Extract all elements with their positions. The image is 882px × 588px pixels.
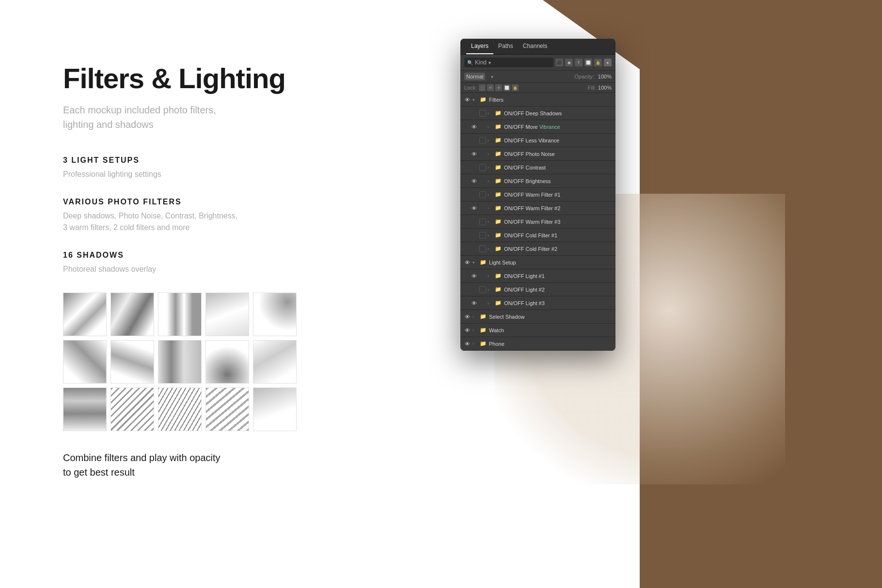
layer-row[interactable]: ›📁ON/OFF Less Vibrance xyxy=(460,134,615,147)
layer-expand-arrow[interactable]: › xyxy=(488,219,493,224)
layer-visibility-icon[interactable] xyxy=(470,191,478,199)
layer-row[interactable]: 👁›📁ON/OFF Light #1 xyxy=(460,269,615,283)
layer-visibility-icon[interactable] xyxy=(470,137,478,144)
layer-checkbox[interactable] xyxy=(479,205,486,212)
layer-visibility-icon[interactable] xyxy=(470,109,478,117)
layer-row[interactable]: 👁›📁ON/OFF Photo Noise xyxy=(460,147,615,161)
layer-checkbox[interactable] xyxy=(479,137,486,144)
shadow-thumb-1 xyxy=(63,293,107,336)
layer-row[interactable]: 👁›📁ON/OFF Warm Filter #2 xyxy=(460,201,615,215)
opacity-value[interactable]: 100% xyxy=(598,74,612,79)
filter-icon-pixel[interactable]: ⬛ xyxy=(555,59,563,66)
layer-visibility-icon[interactable]: 👁 xyxy=(470,177,478,185)
layer-visibility-icon[interactable]: 👁 xyxy=(463,259,471,266)
filter-icons: ⬛ ◉ T ⬜ 🔒 ● xyxy=(555,59,612,66)
layer-folder-icon: 📁 xyxy=(495,164,503,170)
lock-paint[interactable]: ✏ xyxy=(487,84,494,91)
filter-icon-adjust[interactable]: ◉ xyxy=(565,59,573,66)
page-title: Filters & Lighting xyxy=(63,63,359,94)
layer-expand-arrow[interactable]: ▾ xyxy=(472,97,478,102)
tab-channels[interactable]: Channels xyxy=(518,39,552,54)
layer-row[interactable]: 👁›📁ON/OFF Brightness xyxy=(460,174,615,188)
layer-name-label: ON/OFF Contrast xyxy=(504,165,546,170)
layer-visibility-icon[interactable]: 👁 xyxy=(463,313,471,321)
layer-row[interactable]: 👁›📁Select Shadow xyxy=(460,310,615,324)
layer-row[interactable]: ›📁ON/OFF Contrast xyxy=(460,161,615,174)
layer-visibility-icon[interactable]: 👁 xyxy=(463,326,471,334)
layer-row[interactable]: ›📁ON/OFF Deep Shadows xyxy=(460,107,615,120)
layer-visibility-icon[interactable] xyxy=(470,164,478,171)
layer-expand-arrow[interactable]: › xyxy=(472,314,478,319)
layer-checkbox[interactable] xyxy=(479,191,486,198)
layer-checkbox[interactable] xyxy=(479,273,486,279)
layer-expand-arrow[interactable]: › xyxy=(488,301,493,306)
lock-artboard[interactable]: ⬜ xyxy=(504,84,510,91)
layer-visibility-icon[interactable] xyxy=(470,245,478,253)
layer-row[interactable]: 👁›📁Phone xyxy=(460,337,615,351)
layer-visibility-icon[interactable]: 👁 xyxy=(470,272,478,280)
lock-all[interactable]: 🔒 xyxy=(512,84,519,91)
layer-visibility-icon[interactable]: 👁 xyxy=(470,204,478,212)
layer-checkbox[interactable] xyxy=(479,151,486,157)
layer-row[interactable]: 👁›📁ON/OFF Light #3 xyxy=(460,296,615,310)
layer-name-label: ON/OFF Warm Filter #2 xyxy=(504,205,560,211)
layer-checkbox[interactable] xyxy=(479,124,486,130)
layer-row[interactable]: 👁›📁Watch xyxy=(460,324,615,337)
layer-expand-arrow[interactable]: › xyxy=(488,165,493,170)
layer-row[interactable]: 👁▾📁Filters xyxy=(460,93,615,107)
fill-value[interactable]: 100% xyxy=(598,85,612,91)
layer-expand-arrow[interactable]: › xyxy=(472,341,478,346)
filter-icon-active[interactable]: ● xyxy=(604,59,612,66)
tab-paths[interactable]: Paths xyxy=(493,39,518,54)
layer-folder-icon: 📁 xyxy=(495,218,503,225)
layer-row[interactable]: ›📁ON/OFF Cold Filter #2 xyxy=(460,242,615,256)
layer-expand-arrow[interactable]: › xyxy=(488,206,493,211)
layer-checkbox[interactable] xyxy=(479,178,486,185)
layer-checkbox[interactable] xyxy=(479,164,486,171)
layer-row[interactable]: ›📁ON/OFF Cold Filter #1 xyxy=(460,229,615,242)
layer-expand-arrow[interactable]: ▾ xyxy=(472,260,478,265)
layer-expand-arrow[interactable]: › xyxy=(488,247,493,251)
layer-visibility-icon[interactable] xyxy=(470,232,478,239)
layer-expand-arrow[interactable]: › xyxy=(488,124,493,129)
layer-checkbox[interactable] xyxy=(479,286,486,293)
search-box[interactable]: 🔍 Kind ▾ xyxy=(464,58,553,67)
layer-row[interactable]: ›📁ON/OFF Warm Filter #1 xyxy=(460,188,615,201)
layer-checkbox[interactable] xyxy=(479,232,486,239)
layer-visibility-icon[interactable]: 👁 xyxy=(463,340,471,348)
layer-expand-arrow[interactable]: › xyxy=(488,233,493,238)
blend-dropdown[interactable]: ▾ xyxy=(491,74,493,79)
layer-folder-icon: 📁 xyxy=(480,313,488,320)
layer-checkbox[interactable] xyxy=(479,218,486,225)
layer-visibility-icon[interactable] xyxy=(470,218,478,226)
layer-expand-arrow[interactable]: › xyxy=(472,328,478,333)
layer-visibility-icon[interactable] xyxy=(470,286,478,294)
lock-transparency[interactable]: ⬚ xyxy=(479,84,486,91)
filter-icon-smart[interactable]: 🔒 xyxy=(594,59,602,66)
layer-row[interactable]: 👁›📁ON/OFF More Vibrance xyxy=(460,120,615,134)
layer-checkbox[interactable] xyxy=(479,246,486,252)
lock-move[interactable]: ✛ xyxy=(495,84,502,91)
layer-row[interactable]: ›📁ON/OFF Light #2 xyxy=(460,283,615,296)
layer-checkbox[interactable] xyxy=(479,300,486,307)
main-content: Filters & Lighting Each mockup included … xyxy=(0,0,397,588)
layer-expand-arrow[interactable]: › xyxy=(488,287,493,292)
layer-visibility-icon[interactable]: 👁 xyxy=(470,299,478,307)
filter-icon-type[interactable]: T xyxy=(575,59,583,66)
layer-row[interactable]: 👁▾📁Light Setup xyxy=(460,256,615,269)
filter-icon-shape[interactable]: ⬜ xyxy=(584,59,592,66)
layer-expand-arrow[interactable]: › xyxy=(488,274,493,279)
layer-expand-arrow[interactable]: › xyxy=(488,179,493,184)
layer-visibility-icon[interactable]: 👁 xyxy=(470,123,478,131)
layer-row[interactable]: ›📁ON/OFF Warm Filter #3 xyxy=(460,215,615,229)
layer-expand-arrow[interactable]: › xyxy=(488,152,493,156)
tab-layers[interactable]: Layers xyxy=(466,39,493,54)
layer-visibility-icon[interactable]: 👁 xyxy=(470,150,478,158)
shadow-thumb-14 xyxy=(205,387,249,431)
layer-expand-arrow[interactable]: › xyxy=(488,111,493,116)
layer-visibility-icon[interactable]: 👁 xyxy=(463,96,471,104)
blend-mode-select[interactable]: Normal xyxy=(464,73,485,80)
layer-expand-arrow[interactable]: › xyxy=(488,138,493,143)
layer-expand-arrow[interactable]: › xyxy=(488,192,493,197)
layer-checkbox[interactable] xyxy=(479,110,486,117)
